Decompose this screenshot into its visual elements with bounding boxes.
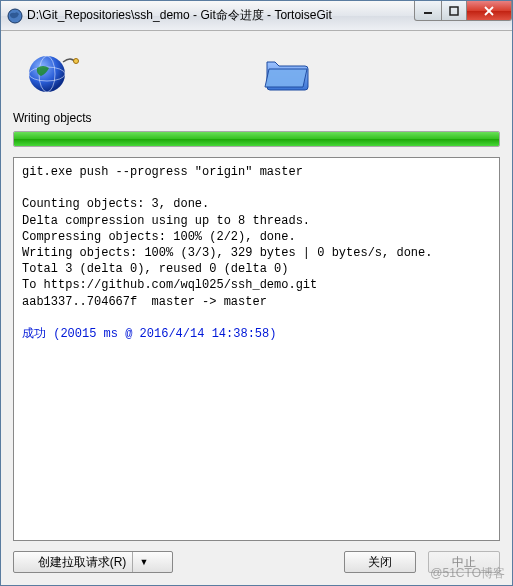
maximize-button[interactable] (441, 1, 467, 21)
app-icon (7, 8, 23, 24)
button-row: 创建拉取请求(R) ▼ 关闭 中止 (13, 551, 500, 573)
minimize-button[interactable] (414, 1, 442, 21)
close-button[interactable]: 关闭 (344, 551, 416, 573)
close-label: 关闭 (368, 554, 392, 571)
globe-icon (25, 48, 81, 99)
chevron-down-icon: ▼ (132, 552, 148, 572)
console-text: git.exe push --progress "origin" master … (22, 165, 432, 309)
svg-point-8 (74, 58, 79, 63)
window-close-button[interactable] (466, 1, 512, 21)
folder-icon (261, 48, 317, 99)
create-pull-label: 创建拉取请求(R) (38, 554, 127, 571)
progress-bar (13, 131, 500, 147)
header-icons (13, 41, 500, 105)
log-output[interactable]: git.exe push --progress "origin" master … (13, 157, 500, 541)
window-title: D:\Git_Repositories\ssh_demo - Git命令进度 -… (27, 7, 415, 24)
status-label: Writing objects (13, 111, 500, 125)
success-line: 成功 (20015 ms @ 2016/4/14 14:38:58) (22, 327, 276, 341)
abort-button: 中止 (428, 551, 500, 573)
abort-label: 中止 (452, 554, 476, 571)
titlebar[interactable]: D:\Git_Repositories\ssh_demo - Git命令进度 -… (1, 1, 512, 31)
create-pull-request-button[interactable]: 创建拉取请求(R) ▼ (13, 551, 173, 573)
svg-rect-2 (450, 7, 458, 15)
progress-dialog: D:\Git_Repositories\ssh_demo - Git命令进度 -… (0, 0, 513, 586)
svg-point-5 (29, 56, 65, 92)
window-controls (415, 1, 512, 30)
client-area: Writing objects git.exe push --progress … (1, 31, 512, 585)
progress-fill (14, 132, 499, 146)
